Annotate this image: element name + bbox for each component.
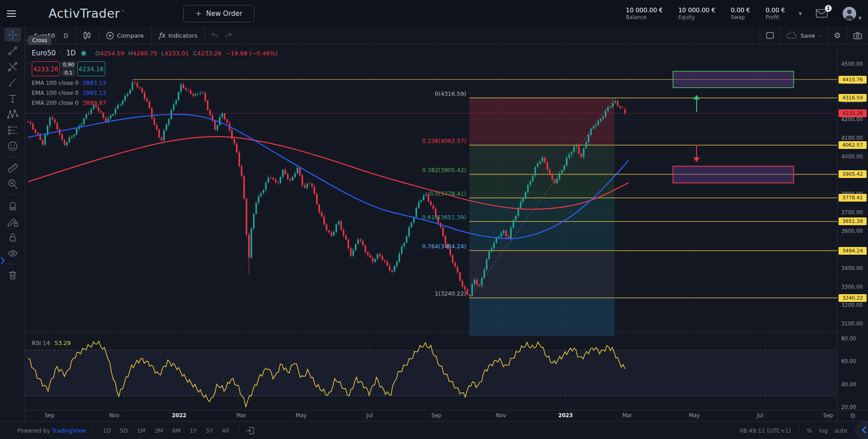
log-scale-button[interactable]: log bbox=[819, 427, 828, 434]
price-tick: 4200.00 bbox=[841, 116, 863, 123]
activtrader-app: ActivTrader™ + New Order 10 000.00 €Bala… bbox=[0, 0, 868, 439]
account-stats: 10 000.00 €Balance10 000.00 €Equity0.00 … bbox=[626, 6, 868, 20]
svg-text:0(4316.59): 0(4316.59) bbox=[435, 90, 466, 97]
xabcd-pattern-tool-button[interactable] bbox=[5, 107, 21, 121]
auto-scale-button[interactable]: auto bbox=[834, 427, 847, 434]
svg-text:0.382(3905.42): 0.382(3905.42) bbox=[422, 167, 466, 173]
axis-settings[interactable]: ⚙ bbox=[837, 410, 868, 421]
price-tick: 3100.00 bbox=[841, 321, 863, 327]
range-button-1m[interactable]: 1M bbox=[133, 426, 149, 435]
percent-scale-button[interactable]: % bbox=[807, 427, 812, 434]
range-button-3m[interactable]: 3M bbox=[151, 426, 167, 435]
remove-tool-button[interactable] bbox=[5, 268, 21, 282]
save-button[interactable]: Save ⌄ bbox=[780, 27, 827, 44]
drawing-lock-tool-button[interactable] bbox=[5, 214, 21, 228]
sell-button[interactable]: 4233.26 bbox=[32, 61, 60, 76]
interval-button[interactable]: D bbox=[56, 27, 75, 44]
emoji-tool-button[interactable] bbox=[5, 139, 21, 153]
svg-text:0.764(3494.24): 0.764(3494.24) bbox=[422, 243, 466, 250]
fx-icon: ƒx bbox=[159, 31, 165, 39]
indicator-row[interactable]: EMA 100 close 03993.13 bbox=[32, 79, 278, 86]
text-tool-button[interactable] bbox=[5, 91, 21, 105]
range-button-6m[interactable]: 6M bbox=[169, 426, 185, 435]
redo-icon[interactable] bbox=[224, 32, 232, 39]
price-tick: 4500.00 bbox=[841, 61, 863, 67]
forecast-tool-button[interactable] bbox=[5, 123, 21, 137]
price-tick: 3700.00 bbox=[841, 209, 863, 216]
magnet-icon bbox=[6, 199, 19, 212]
range-button-1d[interactable]: 1D bbox=[99, 426, 115, 435]
time-axis[interactable]: SepNov2022MarMayJulSepNov2023MarMayJulSe… bbox=[25, 410, 837, 421]
gear-icon: ⚙ bbox=[834, 31, 841, 40]
time-tick: Jul bbox=[757, 412, 763, 419]
chart-settings-button[interactable]: ⚙ bbox=[828, 27, 847, 44]
app-logo: ActivTrader™ bbox=[49, 6, 125, 20]
camera-icon bbox=[853, 32, 862, 39]
rsi-legend[interactable]: RSI 14 53.29 bbox=[32, 340, 71, 346]
ruler-tool-button[interactable] bbox=[5, 161, 21, 175]
chart-legend: Euro50 · 1D O4254.59 H4260.75 L4233.01 C… bbox=[32, 49, 278, 106]
legend-symbol[interactable]: Euro50 bbox=[32, 49, 56, 57]
time-tick: May bbox=[689, 412, 700, 419]
legend-interval[interactable]: 1D bbox=[66, 49, 76, 57]
notification-badge: 1 bbox=[825, 5, 832, 12]
range-button-1y[interactable]: 1Y bbox=[186, 426, 200, 435]
change-value: −19.68 (−0.46%) bbox=[225, 50, 278, 57]
trend-line-tool-button[interactable] bbox=[5, 44, 21, 58]
time-tick: 2022 bbox=[172, 412, 186, 419]
drawing-lock-icon bbox=[6, 215, 19, 228]
time-tick: Sep bbox=[823, 412, 833, 419]
chart-style-button[interactable] bbox=[76, 27, 98, 44]
menu-icon[interactable] bbox=[7, 10, 16, 17]
chevron-down-icon[interactable]: ▼ bbox=[858, 16, 862, 20]
price-axis[interactable]: 4500.004400.004300.004200.004100.004000.… bbox=[837, 44, 868, 410]
avatar[interactable] bbox=[843, 7, 856, 20]
market-status-icon bbox=[82, 51, 86, 55]
brush-tool-button[interactable] bbox=[5, 75, 21, 89]
fib-retracement-tool-button[interactable] bbox=[5, 59, 21, 74]
lock-tool-button[interactable] bbox=[5, 230, 21, 244]
magnet-tool-button[interactable] bbox=[5, 198, 21, 212]
price-tick: 80.00 bbox=[841, 335, 856, 342]
fib-retracement-icon bbox=[6, 60, 19, 73]
new-order-button[interactable]: + New Order bbox=[183, 5, 255, 22]
svg-text:0.236(4062.57): 0.236(4062.57) bbox=[422, 138, 466, 144]
range-button-5y[interactable]: 5Y bbox=[202, 426, 217, 435]
stats-list: 10 000.00 €Balance10 000.00 €Equity0.00 … bbox=[626, 6, 785, 20]
level-price-label: 3240.22 bbox=[839, 294, 867, 302]
expand-panel-icon[interactable] bbox=[0, 256, 5, 265]
gear-icon: ⚙ bbox=[850, 412, 856, 420]
compare-button[interactable]: Compare bbox=[99, 27, 151, 44]
level-price-label: 4415.76 bbox=[839, 76, 867, 84]
level-price-label: 4316.59 bbox=[839, 94, 867, 102]
price-tick: 60.00 bbox=[841, 358, 856, 365]
price-tick: 3600.00 bbox=[841, 228, 863, 234]
go-to-date-button[interactable] bbox=[246, 427, 254, 434]
svg-text:1(3240.22): 1(3240.22) bbox=[435, 290, 466, 297]
range-button-all[interactable]: All bbox=[219, 426, 233, 435]
price-tick: 3200.00 bbox=[841, 302, 863, 308]
mail-button[interactable]: 1 bbox=[815, 8, 829, 20]
price-tick: 40.00 bbox=[841, 381, 856, 388]
buy-button[interactable]: 4234.16 bbox=[77, 61, 105, 76]
cross-tool-button[interactable] bbox=[5, 28, 21, 42]
level-price-label: 3905.42 bbox=[839, 170, 867, 178]
ohlc-values: O4254.59 H4260.75 L4233.01 C4233.26 −19.… bbox=[95, 50, 278, 57]
price-tick: 3400.00 bbox=[841, 265, 863, 271]
indicator-row[interactable]: EMA 200 close 03889.87 bbox=[32, 99, 278, 106]
range-button-5d[interactable]: 5D bbox=[117, 426, 132, 435]
price-tick: 4000.00 bbox=[841, 153, 863, 160]
chevron-down-icon[interactable]: ▼ bbox=[799, 11, 802, 16]
drawing-toolbar bbox=[0, 27, 25, 421]
time-tick: Mar bbox=[622, 412, 632, 419]
zoom-in-tool-button[interactable] bbox=[5, 177, 21, 191]
indicators-button[interactable]: ƒx Indicators bbox=[151, 27, 205, 44]
layout-button[interactable] bbox=[760, 27, 780, 44]
screenshot-button[interactable] bbox=[847, 27, 868, 44]
trend-line-icon bbox=[6, 44, 19, 57]
hide-tool-button[interactable] bbox=[5, 246, 21, 260]
undo-icon[interactable] bbox=[211, 32, 219, 39]
chart-area[interactable]: 0(4316.59)0.236(4062.57)0.382(3905.42)0.… bbox=[25, 44, 837, 410]
indicator-row[interactable]: EMA 100 close 03993.13 bbox=[32, 89, 278, 96]
tradingview-link[interactable]: TradingView bbox=[52, 427, 86, 434]
